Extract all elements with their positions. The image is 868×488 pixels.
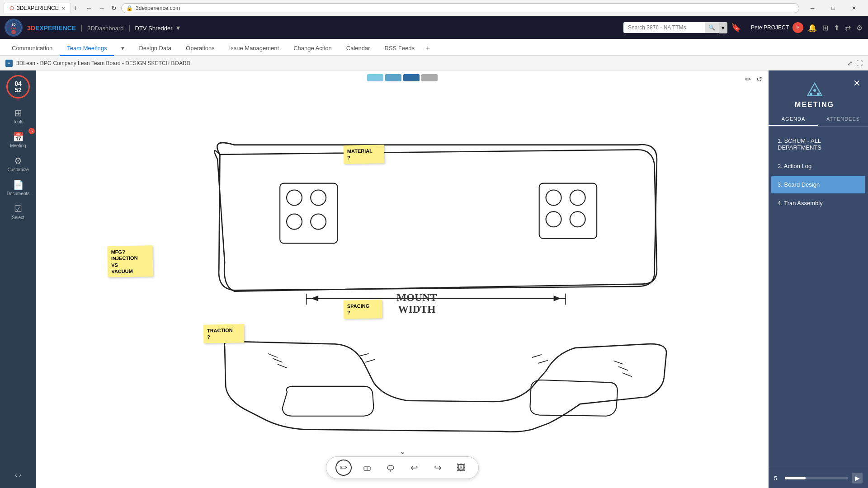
sidebar-item-customize[interactable]: ⚙ Customize xyxy=(2,153,34,175)
canvas-tab-1[interactable] xyxy=(367,74,383,81)
svg-point-8 xyxy=(311,214,326,230)
breadcrumb-resize-btn[interactable]: ⤢ xyxy=(847,60,853,67)
restore-button[interactable]: □ xyxy=(823,0,844,16)
new-tab-button[interactable]: + xyxy=(74,4,78,12)
agenda-item-3-prefix: 3. xyxy=(778,181,784,188)
canvas-tab-3[interactable] xyxy=(403,74,420,81)
agenda-item-1[interactable]: 1. SCRUM - ALL DEPARTMENTS xyxy=(771,132,865,156)
svg-line-28 xyxy=(613,361,623,364)
tab-team-meetings[interactable]: Team Meetings xyxy=(60,41,114,56)
agenda-item-1-label: 1. xyxy=(778,137,784,144)
edit-canvas-btn[interactable]: ✏ xyxy=(744,74,752,84)
app-logo[interactable]: 3D EXP xyxy=(5,19,23,37)
tab-attendees[interactable]: ATTENDEES xyxy=(818,113,868,126)
agenda-item-3[interactable]: 3. Board Design xyxy=(771,176,865,193)
search-button[interactable]: 🔍 xyxy=(705,22,719,33)
tab-dropdown[interactable]: ▾ xyxy=(114,41,132,56)
svg-line-24 xyxy=(359,354,368,356)
svg-line-21 xyxy=(268,354,278,357)
share-icon[interactable]: ⬆ xyxy=(833,23,840,33)
connect-icon[interactable]: ⇄ xyxy=(844,23,852,33)
sketch-drawing: MOUNT WIDTH xyxy=(36,70,769,488)
svg-point-7 xyxy=(287,214,302,230)
user-avatar[interactable]: P xyxy=(793,22,803,33)
agenda-item-4[interactable]: 4. Tran Assembly xyxy=(771,194,865,212)
bookmark-icon[interactable]: 🔖 xyxy=(731,23,741,33)
minimize-button[interactable]: ─ xyxy=(802,0,823,16)
tab-communication[interactable]: Communication xyxy=(5,41,60,56)
meeting-label: Meeting xyxy=(10,143,26,148)
undo-btn[interactable]: ↩ xyxy=(406,460,422,476)
header-separator: | xyxy=(81,24,83,32)
customize-icon: ⚙ xyxy=(14,155,22,166)
svg-point-37 xyxy=(810,93,812,95)
sticky-note-mfg: MFG?INJECTIONVSVACUUM xyxy=(107,245,153,277)
canvas-tab-2[interactable] xyxy=(385,74,401,81)
refresh-canvas-btn[interactable]: ↺ xyxy=(755,74,763,84)
panel-header: MEETING ✕ xyxy=(769,70,868,113)
svg-point-12 xyxy=(546,211,561,227)
browser-tab[interactable]: ⬡ 3DEXPERIENCE ✕ xyxy=(4,3,71,13)
canvas-tab-4[interactable] xyxy=(421,74,438,81)
user-name: Pete PROJECT xyxy=(751,24,789,31)
sidebar-item-meeting[interactable]: 📅 5 Meeting xyxy=(2,129,34,151)
redo-btn[interactable]: ↪ xyxy=(429,460,446,476)
svg-point-33 xyxy=(387,465,394,470)
next-arrow[interactable]: › xyxy=(19,471,21,479)
sidebar-item-documents[interactable]: 📄 Documents xyxy=(2,177,34,199)
agenda-list: 1. SCRUM - ALL DEPARTMENTS 2. Action Log… xyxy=(769,132,868,468)
forward-button[interactable]: → xyxy=(97,4,107,13)
add-tab-button[interactable]: + xyxy=(422,42,434,55)
tab-calendar[interactable]: Calendar xyxy=(339,41,377,56)
agenda-item-2[interactable]: 2. Action Log xyxy=(771,157,865,175)
svg-line-29 xyxy=(618,366,628,370)
search-input[interactable] xyxy=(623,22,705,33)
search-dropdown-button[interactable]: ▾ xyxy=(719,22,727,33)
eraser-tool-btn[interactable] xyxy=(359,460,375,476)
lasso-tool-btn[interactable] xyxy=(382,460,399,476)
canvas-bottom-toolbar: ✏ ↩ ↪ 🖼 xyxy=(326,456,479,479)
breadcrumb-icon: ✦ xyxy=(5,60,13,67)
svg-point-36 xyxy=(813,89,816,92)
scroll-down-indicator[interactable]: ⌄ xyxy=(399,446,406,456)
image-btn[interactable]: 🖼 xyxy=(453,460,469,476)
select-icon: ☑ xyxy=(14,203,22,214)
breadcrumb-fullscreen-btn[interactable]: ⛶ xyxy=(856,60,863,67)
apps-icon[interactable]: ⊞ xyxy=(821,23,829,33)
tools-label: Tools xyxy=(13,119,23,124)
refresh-button[interactable]: ↻ xyxy=(109,4,118,13)
back-button[interactable]: ← xyxy=(84,4,94,13)
search-container: 🔍 ▾ 🔖 xyxy=(623,22,741,33)
meeting-icon: 📅 xyxy=(13,131,24,142)
svg-text:3D: 3D xyxy=(12,23,16,26)
meeting-panel-icon xyxy=(806,81,824,101)
tab-rss-feeds[interactable]: RSS Feeds xyxy=(377,41,422,56)
tab-agenda[interactable]: AGENDA xyxy=(769,113,818,126)
brand-exp: EXPERIENCE xyxy=(35,24,76,32)
prev-arrow[interactable]: ‹ xyxy=(15,471,17,479)
end-session-btn[interactable]: ▶ xyxy=(852,473,863,483)
address-bar[interactable]: 🔒 3dexperience.com xyxy=(121,3,799,13)
sidebar-item-select[interactable]: ☑ Select xyxy=(2,201,34,223)
svg-line-25 xyxy=(365,359,375,362)
tab-design-data[interactable]: Design Data xyxy=(132,41,179,56)
header-icons: Pete PROJECT P 🔔 ⊞ ⬆ ⇄ ⚙ xyxy=(751,22,863,33)
close-button[interactable]: ✕ xyxy=(844,0,864,16)
product-dropdown-icon[interactable]: ▾ xyxy=(176,24,180,32)
agenda-item-4-prefix: 4. xyxy=(778,200,784,206)
tab-close-btn[interactable]: ✕ xyxy=(61,6,65,11)
tab-title: 3DEXPERIENCE xyxy=(17,5,59,11)
svg-text:WIDTH: WIDTH xyxy=(398,303,435,315)
tab-operations[interactable]: Operations xyxy=(179,41,222,56)
address-text: 3dexperience.com xyxy=(136,5,180,11)
settings-icon[interactable]: ⚙ xyxy=(855,23,863,33)
notify-icon[interactable]: 🔔 xyxy=(807,23,818,33)
pen-tool-btn[interactable]: ✏ xyxy=(335,460,352,476)
panel-close-btn[interactable]: ✕ xyxy=(853,78,861,89)
tab-issue-management[interactable]: Issue Management xyxy=(222,41,287,56)
tab-change-action[interactable]: Change Action xyxy=(286,41,339,56)
tools-icon: ⊞ xyxy=(14,108,22,118)
documents-icon: 📄 xyxy=(13,179,24,190)
canvas-area[interactable]: ✏ ↺ xyxy=(36,70,769,488)
sidebar-item-tools[interactable]: ⊞ Tools xyxy=(2,105,34,127)
